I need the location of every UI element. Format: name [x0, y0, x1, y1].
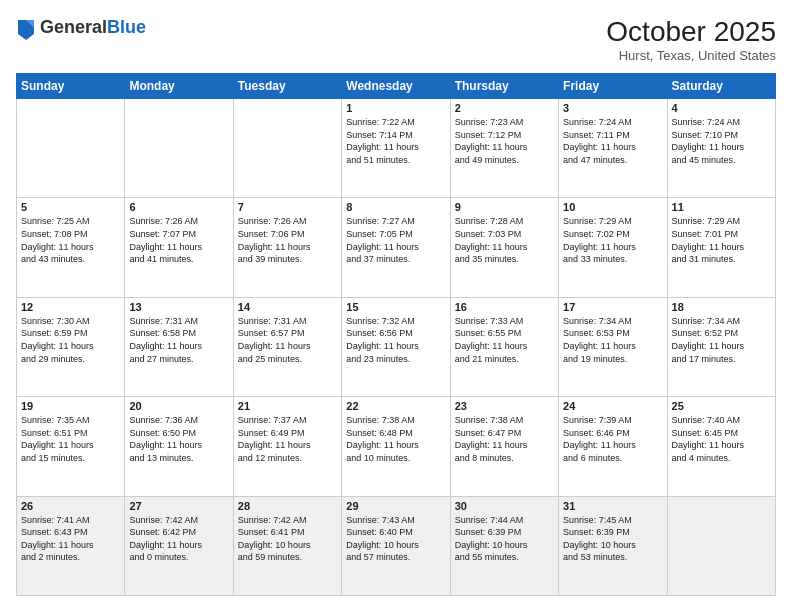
day-cell	[667, 496, 775, 595]
day-cell: 10Sunrise: 7:29 AM Sunset: 7:02 PM Dayli…	[559, 198, 667, 297]
day-number: 11	[672, 201, 771, 213]
logo-blue: Blue	[107, 17, 146, 37]
day-info: Sunrise: 7:44 AM Sunset: 6:39 PM Dayligh…	[455, 514, 554, 564]
day-number: 4	[672, 102, 771, 114]
day-number: 8	[346, 201, 445, 213]
day-info: Sunrise: 7:31 AM Sunset: 6:57 PM Dayligh…	[238, 315, 337, 365]
day-cell: 13Sunrise: 7:31 AM Sunset: 6:58 PM Dayli…	[125, 297, 233, 396]
weekday-header-monday: Monday	[125, 74, 233, 99]
calendar-table: SundayMondayTuesdayWednesdayThursdayFrid…	[16, 73, 776, 596]
day-info: Sunrise: 7:23 AM Sunset: 7:12 PM Dayligh…	[455, 116, 554, 166]
page: GeneralBlue October 2025 Hurst, Texas, U…	[0, 0, 792, 612]
day-info: Sunrise: 7:22 AM Sunset: 7:14 PM Dayligh…	[346, 116, 445, 166]
day-number: 23	[455, 400, 554, 412]
day-info: Sunrise: 7:26 AM Sunset: 7:06 PM Dayligh…	[238, 215, 337, 265]
day-cell: 16Sunrise: 7:33 AM Sunset: 6:55 PM Dayli…	[450, 297, 558, 396]
day-cell: 20Sunrise: 7:36 AM Sunset: 6:50 PM Dayli…	[125, 397, 233, 496]
day-number: 1	[346, 102, 445, 114]
day-info: Sunrise: 7:29 AM Sunset: 7:01 PM Dayligh…	[672, 215, 771, 265]
day-cell: 21Sunrise: 7:37 AM Sunset: 6:49 PM Dayli…	[233, 397, 341, 496]
day-cell: 14Sunrise: 7:31 AM Sunset: 6:57 PM Dayli…	[233, 297, 341, 396]
day-info: Sunrise: 7:39 AM Sunset: 6:46 PM Dayligh…	[563, 414, 662, 464]
day-number: 31	[563, 500, 662, 512]
day-number: 16	[455, 301, 554, 313]
day-number: 20	[129, 400, 228, 412]
logo-text: GeneralBlue	[40, 18, 146, 38]
day-number: 6	[129, 201, 228, 213]
day-cell	[17, 99, 125, 198]
day-cell: 18Sunrise: 7:34 AM Sunset: 6:52 PM Dayli…	[667, 297, 775, 396]
day-cell: 6Sunrise: 7:26 AM Sunset: 7:07 PM Daylig…	[125, 198, 233, 297]
day-cell: 26Sunrise: 7:41 AM Sunset: 6:43 PM Dayli…	[17, 496, 125, 595]
week-row-5: 26Sunrise: 7:41 AM Sunset: 6:43 PM Dayli…	[17, 496, 776, 595]
logo-general: General	[40, 17, 107, 37]
day-cell: 15Sunrise: 7:32 AM Sunset: 6:56 PM Dayli…	[342, 297, 450, 396]
day-cell: 25Sunrise: 7:40 AM Sunset: 6:45 PM Dayli…	[667, 397, 775, 496]
day-info: Sunrise: 7:38 AM Sunset: 6:48 PM Dayligh…	[346, 414, 445, 464]
day-number: 30	[455, 500, 554, 512]
day-number: 24	[563, 400, 662, 412]
day-cell: 23Sunrise: 7:38 AM Sunset: 6:47 PM Dayli…	[450, 397, 558, 496]
day-cell: 4Sunrise: 7:24 AM Sunset: 7:10 PM Daylig…	[667, 99, 775, 198]
day-number: 10	[563, 201, 662, 213]
day-cell: 8Sunrise: 7:27 AM Sunset: 7:05 PM Daylig…	[342, 198, 450, 297]
day-cell: 27Sunrise: 7:42 AM Sunset: 6:42 PM Dayli…	[125, 496, 233, 595]
day-info: Sunrise: 7:32 AM Sunset: 6:56 PM Dayligh…	[346, 315, 445, 365]
day-cell: 30Sunrise: 7:44 AM Sunset: 6:39 PM Dayli…	[450, 496, 558, 595]
day-cell: 31Sunrise: 7:45 AM Sunset: 6:39 PM Dayli…	[559, 496, 667, 595]
day-info: Sunrise: 7:40 AM Sunset: 6:45 PM Dayligh…	[672, 414, 771, 464]
weekday-header-thursday: Thursday	[450, 74, 558, 99]
week-row-4: 19Sunrise: 7:35 AM Sunset: 6:51 PM Dayli…	[17, 397, 776, 496]
day-number: 21	[238, 400, 337, 412]
day-info: Sunrise: 7:42 AM Sunset: 6:41 PM Dayligh…	[238, 514, 337, 564]
day-number: 9	[455, 201, 554, 213]
day-cell: 28Sunrise: 7:42 AM Sunset: 6:41 PM Dayli…	[233, 496, 341, 595]
day-number: 25	[672, 400, 771, 412]
day-cell: 3Sunrise: 7:24 AM Sunset: 7:11 PM Daylig…	[559, 99, 667, 198]
day-info: Sunrise: 7:38 AM Sunset: 6:47 PM Dayligh…	[455, 414, 554, 464]
day-cell: 22Sunrise: 7:38 AM Sunset: 6:48 PM Dayli…	[342, 397, 450, 496]
day-number: 22	[346, 400, 445, 412]
weekday-header-friday: Friday	[559, 74, 667, 99]
day-info: Sunrise: 7:34 AM Sunset: 6:52 PM Dayligh…	[672, 315, 771, 365]
day-info: Sunrise: 7:24 AM Sunset: 7:10 PM Dayligh…	[672, 116, 771, 166]
day-info: Sunrise: 7:35 AM Sunset: 6:51 PM Dayligh…	[21, 414, 120, 464]
weekday-header-tuesday: Tuesday	[233, 74, 341, 99]
day-info: Sunrise: 7:25 AM Sunset: 7:08 PM Dayligh…	[21, 215, 120, 265]
day-number: 5	[21, 201, 120, 213]
day-info: Sunrise: 7:33 AM Sunset: 6:55 PM Dayligh…	[455, 315, 554, 365]
day-number: 28	[238, 500, 337, 512]
title-block: October 2025 Hurst, Texas, United States	[606, 16, 776, 63]
day-info: Sunrise: 7:42 AM Sunset: 6:42 PM Dayligh…	[129, 514, 228, 564]
day-info: Sunrise: 7:24 AM Sunset: 7:11 PM Dayligh…	[563, 116, 662, 166]
day-info: Sunrise: 7:26 AM Sunset: 7:07 PM Dayligh…	[129, 215, 228, 265]
day-number: 13	[129, 301, 228, 313]
weekday-header-wednesday: Wednesday	[342, 74, 450, 99]
day-info: Sunrise: 7:43 AM Sunset: 6:40 PM Dayligh…	[346, 514, 445, 564]
day-number: 18	[672, 301, 771, 313]
day-info: Sunrise: 7:34 AM Sunset: 6:53 PM Dayligh…	[563, 315, 662, 365]
day-info: Sunrise: 7:29 AM Sunset: 7:02 PM Dayligh…	[563, 215, 662, 265]
day-info: Sunrise: 7:31 AM Sunset: 6:58 PM Dayligh…	[129, 315, 228, 365]
day-cell: 12Sunrise: 7:30 AM Sunset: 6:59 PM Dayli…	[17, 297, 125, 396]
day-info: Sunrise: 7:36 AM Sunset: 6:50 PM Dayligh…	[129, 414, 228, 464]
weekday-header-sunday: Sunday	[17, 74, 125, 99]
day-info: Sunrise: 7:41 AM Sunset: 6:43 PM Dayligh…	[21, 514, 120, 564]
day-number: 12	[21, 301, 120, 313]
day-cell: 24Sunrise: 7:39 AM Sunset: 6:46 PM Dayli…	[559, 397, 667, 496]
location: Hurst, Texas, United States	[606, 48, 776, 63]
day-number: 26	[21, 500, 120, 512]
month-title: October 2025	[606, 16, 776, 48]
day-info: Sunrise: 7:45 AM Sunset: 6:39 PM Dayligh…	[563, 514, 662, 564]
day-cell: 7Sunrise: 7:26 AM Sunset: 7:06 PM Daylig…	[233, 198, 341, 297]
day-number: 19	[21, 400, 120, 412]
day-number: 7	[238, 201, 337, 213]
day-cell: 19Sunrise: 7:35 AM Sunset: 6:51 PM Dayli…	[17, 397, 125, 496]
day-number: 14	[238, 301, 337, 313]
day-number: 17	[563, 301, 662, 313]
header: GeneralBlue October 2025 Hurst, Texas, U…	[16, 16, 776, 63]
day-cell: 11Sunrise: 7:29 AM Sunset: 7:01 PM Dayli…	[667, 198, 775, 297]
day-cell: 9Sunrise: 7:28 AM Sunset: 7:03 PM Daylig…	[450, 198, 558, 297]
day-number: 29	[346, 500, 445, 512]
weekday-header-row: SundayMondayTuesdayWednesdayThursdayFrid…	[17, 74, 776, 99]
